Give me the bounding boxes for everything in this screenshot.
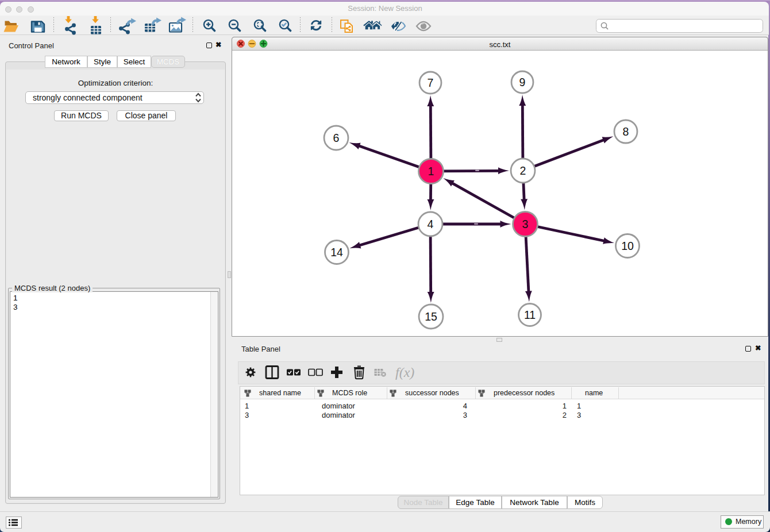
- svg-text:9: 9: [519, 76, 526, 88]
- svg-text:4: 4: [428, 218, 434, 230]
- svg-text:2: 2: [520, 164, 526, 177]
- svg-text:6: 6: [333, 132, 340, 144]
- svg-text:14: 14: [330, 246, 343, 259]
- svg-text:10: 10: [621, 240, 634, 252]
- svg-text:15: 15: [425, 310, 437, 323]
- svg-text:11: 11: [524, 309, 536, 321]
- svg-text:f(x): f(x): [395, 365, 414, 380]
- svg-text:8: 8: [623, 125, 629, 138]
- svg-text:3: 3: [522, 218, 529, 230]
- svg-text:1: 1: [428, 165, 434, 178]
- svg-text:7: 7: [428, 76, 434, 89]
